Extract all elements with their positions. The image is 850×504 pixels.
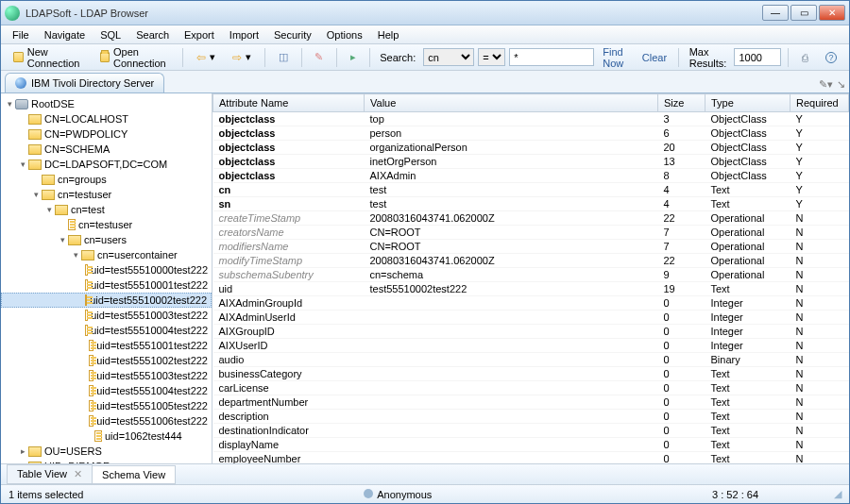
directory-tree[interactable]: ▾RootDSECN=LOCALHOSTCN=PWDPOLICYCN=SCHEM… xyxy=(1,93,212,463)
attribute-row[interactable]: sntest4TextY xyxy=(213,197,849,211)
menu-options[interactable]: Options xyxy=(319,27,370,42)
menu-import[interactable]: Import xyxy=(222,27,266,42)
tree-twisty[interactable]: ▾ xyxy=(44,205,55,214)
menu-export[interactable]: Export xyxy=(177,27,222,42)
tree-node[interactable]: uid=test55510003test222 xyxy=(1,308,212,323)
attribute-row[interactable]: destinationIndicator0TextN xyxy=(213,424,849,438)
tree-node[interactable]: ▸OU=USERS xyxy=(1,444,212,459)
tree-node[interactable]: uid=test5551002test222 xyxy=(1,353,212,368)
max-results-input[interactable] xyxy=(734,48,781,66)
find-now-button[interactable]: Find Now xyxy=(598,44,634,71)
attribute-row[interactable]: employeeNumber0TextN xyxy=(213,452,849,464)
attribute-row[interactable]: modifyTimeStamp20080316043741.062000Z22O… xyxy=(213,254,849,268)
menu-navigate[interactable]: Navigate xyxy=(37,27,93,42)
tree-node[interactable]: uid=test5551003test222 xyxy=(1,368,212,383)
attribute-row[interactable]: objectclassorganizationalPerson20ObjectC… xyxy=(213,141,849,155)
col-header[interactable]: Size xyxy=(658,94,706,112)
print-button[interactable]: ⎙ xyxy=(795,49,815,66)
tree-node[interactable]: ▾cn=testuser xyxy=(1,187,212,202)
tree-node[interactable]: cn=groups xyxy=(1,172,212,187)
nav-back-button[interactable]: ⇦▾ xyxy=(190,48,222,67)
tree-node[interactable]: ▾cn=test xyxy=(1,202,212,217)
tree-twisty[interactable]: ▾ xyxy=(71,250,81,260)
tree-twisty[interactable]: ▾ xyxy=(58,235,68,244)
tree-twisty[interactable]: ▾ xyxy=(18,160,28,169)
attribute-row[interactable]: objectclassinetOrgPerson13ObjectClassY xyxy=(213,155,849,169)
tree-node[interactable]: ▾RootDSE xyxy=(1,96,212,111)
tab-close-icon[interactable]: ↘ xyxy=(837,78,845,91)
attribute-row[interactable]: businessCategory0TextN xyxy=(213,367,849,381)
attribute-row[interactable]: modifiersNameCN=ROOT7OperationalN xyxy=(213,240,849,254)
table-view-tab[interactable]: Table View ✕ xyxy=(7,464,93,484)
tree-node[interactable]: CN=SCHEMA xyxy=(1,142,212,157)
col-header[interactable]: Attribute Name xyxy=(213,94,365,112)
attribute-row[interactable]: objectclasstop3ObjectClassY xyxy=(213,112,849,126)
search-op-select[interactable]: = xyxy=(478,48,505,66)
search-attr-select[interactable]: cn xyxy=(423,48,474,66)
statusbar: 1 items selected Anonymous 3 : 52 : 64 ◢ xyxy=(1,484,849,503)
close-icon[interactable]: ✕ xyxy=(74,468,82,479)
menu-security[interactable]: Security xyxy=(266,27,319,42)
help-button[interactable]: ? xyxy=(819,49,843,66)
attribute-row[interactable]: objectclassperson6ObjectClassY xyxy=(213,126,849,141)
col-header[interactable]: Required xyxy=(790,94,849,112)
maximize-button[interactable]: ▭ xyxy=(790,5,817,21)
tree-node[interactable]: uid=test5551001test222 xyxy=(1,338,212,353)
tree-node[interactable]: CN=LOCALHOST xyxy=(1,111,212,126)
attribute-row[interactable]: creatorsNameCN=ROOT7OperationalN xyxy=(213,226,849,240)
clear-button[interactable]: Clear xyxy=(638,50,672,65)
attribute-grid-wrap[interactable]: Attribute NameValueSizeTypeRequired obje… xyxy=(212,93,849,463)
tree-twisty[interactable]: ▾ xyxy=(5,99,15,109)
attribute-row[interactable]: AIXUserID0IntegerN xyxy=(213,339,849,353)
tree-twisty[interactable]: ▸ xyxy=(18,446,28,456)
tab-dropdown-icon[interactable]: ✎▾ xyxy=(819,78,833,91)
search-value-input[interactable] xyxy=(509,48,594,66)
tree-node[interactable]: uid=test55510004test222 xyxy=(1,323,212,338)
schema-view-tab[interactable]: Schema View xyxy=(92,465,176,484)
tree-node[interactable]: uid=test5551005test222 xyxy=(1,398,212,413)
col-header[interactable]: Type xyxy=(706,94,790,112)
attribute-row[interactable]: description0TextN xyxy=(213,410,849,424)
attribute-row[interactable]: cntest4TextY xyxy=(213,183,849,197)
resize-grip-icon[interactable]: ◢ xyxy=(834,488,842,500)
menu-file[interactable]: File xyxy=(5,27,37,42)
attribute-row[interactable]: createTimeStamp20080316043741.062000Z22O… xyxy=(213,211,849,226)
attribute-row[interactable]: departmentNumber0TextN xyxy=(213,395,849,410)
close-button[interactable]: ✕ xyxy=(819,5,845,21)
minimize-button[interactable]: — xyxy=(762,5,789,21)
attribute-row[interactable]: displayName0TextN xyxy=(213,438,849,452)
nav-forward-button[interactable]: ⇨▾ xyxy=(226,48,258,67)
attribute-row[interactable]: AIXGroupID0IntegerN xyxy=(213,325,849,339)
run-button[interactable]: ▸ xyxy=(344,48,363,66)
tree-node-label: uid=test55510003test222 xyxy=(91,310,208,321)
tree-node[interactable]: CN=PWDPOLICY xyxy=(1,126,212,142)
attribute-row[interactable]: audio0BinaryN xyxy=(213,353,849,367)
new-connection-button[interactable]: New Connection xyxy=(7,43,90,72)
attribute-row[interactable]: carLicense0TextN xyxy=(213,381,849,395)
attribute-row[interactable]: AIXAdminGroupId0IntegerN xyxy=(213,296,849,311)
tree-node[interactable]: uid=test55510000test222 xyxy=(1,262,212,277)
tree-node[interactable]: ▾DC=LDAPSOFT,DC=COM xyxy=(1,157,212,172)
tree-node[interactable]: uid=test5551004test222 xyxy=(1,383,212,398)
window-title: LDAPSoft - LDAP Browser xyxy=(26,8,762,19)
tree-node[interactable]: uid=test55510001test222 xyxy=(1,277,212,293)
attribute-row[interactable]: subschemaSubentrycn=schema9OperationalN xyxy=(213,268,849,282)
edit-button[interactable]: ✎ xyxy=(308,48,330,66)
col-header[interactable]: Value xyxy=(365,94,658,112)
attribute-row[interactable]: AIXAdminUserId0IntegerN xyxy=(213,311,849,325)
tree-twisty[interactable]: ▾ xyxy=(31,190,42,199)
tree-node[interactable]: uid=test5551006test222 xyxy=(1,413,212,428)
menu-sql[interactable]: SQL xyxy=(93,27,128,42)
tree-node[interactable]: uid=test55510002test222 xyxy=(1,293,212,308)
connection-tab[interactable]: IBM Tivoli Directory Server xyxy=(5,73,164,92)
attribute-row[interactable]: objectclassAIXAdmin8ObjectClassY xyxy=(213,169,849,183)
menu-help[interactable]: Help xyxy=(370,27,407,42)
open-connection-button[interactable]: Open Connection xyxy=(94,43,177,72)
tree-node[interactable]: ▾cn=usercontainer xyxy=(1,247,212,262)
tree-node[interactable]: cn=testuser xyxy=(1,217,212,232)
sql-button[interactable]: ◫ xyxy=(272,48,295,66)
tree-node[interactable]: uid=1062test444 xyxy=(1,428,212,444)
menu-search[interactable]: Search xyxy=(128,27,177,42)
attribute-row[interactable]: uidtest55510002test22219TextN xyxy=(213,282,849,296)
tree-node[interactable]: ▾cn=users xyxy=(1,232,212,247)
